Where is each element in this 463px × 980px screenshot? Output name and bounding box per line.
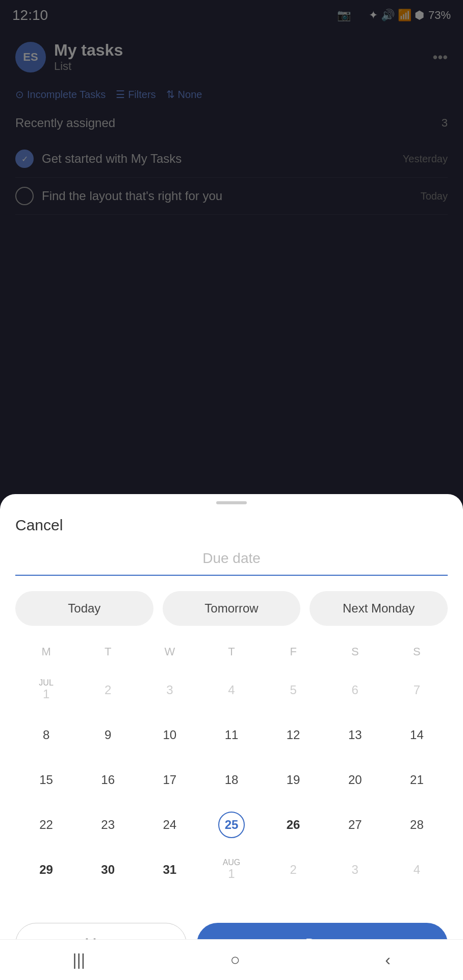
cal-day[interactable]: JUL 1	[15, 668, 77, 713]
weekday-sat: S	[324, 641, 386, 663]
cal-day[interactable]: 18	[200, 757, 262, 802]
cal-day[interactable]: 11	[200, 713, 262, 757]
cal-day[interactable]: 24	[139, 802, 200, 847]
nav-menu-icon[interactable]: |||	[72, 950, 85, 969]
cal-day-selected[interactable]: 25	[200, 802, 262, 847]
cal-day[interactable]: 2	[77, 668, 139, 713]
cal-day[interactable]: 28	[386, 802, 448, 847]
cal-day[interactable]: 6	[324, 668, 386, 713]
cal-day[interactable]: 20	[324, 757, 386, 802]
cal-day[interactable]: 30	[77, 847, 139, 892]
cal-day[interactable]: 17	[139, 757, 200, 802]
cal-day[interactable]: 5	[263, 668, 324, 713]
cal-day[interactable]: 3	[139, 668, 200, 713]
next-monday-button[interactable]: Next Monday	[310, 591, 448, 626]
bottom-sheet: Cancel Today Tomorrow Next Monday M T W …	[0, 494, 463, 980]
sheet-content: Cancel Today Tomorrow Next Monday M T W …	[0, 504, 463, 913]
cal-day[interactable]: 3	[324, 847, 386, 892]
cal-day[interactable]: 7	[386, 668, 448, 713]
cal-day[interactable]: 13	[324, 713, 386, 757]
cal-day[interactable]: 14	[386, 713, 448, 757]
weekday-sun: S	[386, 641, 448, 663]
nav-home-icon[interactable]: ○	[230, 950, 240, 969]
nav-back-icon[interactable]: ‹	[385, 950, 391, 969]
cal-day[interactable]: 31	[139, 847, 200, 892]
cal-day[interactable]: 12	[263, 713, 324, 757]
weekday-wed: W	[139, 641, 200, 663]
cal-day[interactable]: 27	[324, 802, 386, 847]
cal-day[interactable]: 9	[77, 713, 139, 757]
cancel-button[interactable]: Cancel	[15, 504, 63, 542]
tomorrow-button[interactable]: Tomorrow	[163, 591, 301, 626]
quick-dates: Today Tomorrow Next Monday	[15, 591, 448, 626]
cal-day[interactable]: 2	[263, 847, 324, 892]
cal-day[interactable]: 19	[263, 757, 324, 802]
cal-day[interactable]: 21	[386, 757, 448, 802]
cal-day[interactable]: 22	[15, 802, 77, 847]
nav-bar: ||| ○ ‹	[0, 939, 463, 980]
cal-day[interactable]: 8	[15, 713, 77, 757]
cal-day[interactable]: 29	[15, 847, 77, 892]
calendar-grid: JUL 1 2 3 4 5 6 7 8 9 10 11 12 13 14	[15, 668, 448, 892]
calendar: M T W T F S S JUL 1 2 3 4 5	[15, 641, 448, 892]
weekday-tue: T	[77, 641, 139, 663]
weekday-mon: M	[15, 641, 77, 663]
cal-day[interactable]: 10	[139, 713, 200, 757]
cal-day[interactable]: 15	[15, 757, 77, 802]
cal-day[interactable]: 26	[263, 802, 324, 847]
cal-day[interactable]: AUG 1	[200, 847, 262, 892]
cal-day[interactable]: 23	[77, 802, 139, 847]
cal-day[interactable]: 4	[386, 847, 448, 892]
today-button[interactable]: Today	[15, 591, 153, 626]
weekday-fri: F	[263, 641, 324, 663]
cal-day[interactable]: 16	[77, 757, 139, 802]
due-date-input[interactable]	[15, 542, 448, 576]
weekday-thu: T	[200, 641, 262, 663]
cal-day[interactable]: 4	[200, 668, 262, 713]
calendar-weekdays: M T W T F S S	[15, 641, 448, 663]
